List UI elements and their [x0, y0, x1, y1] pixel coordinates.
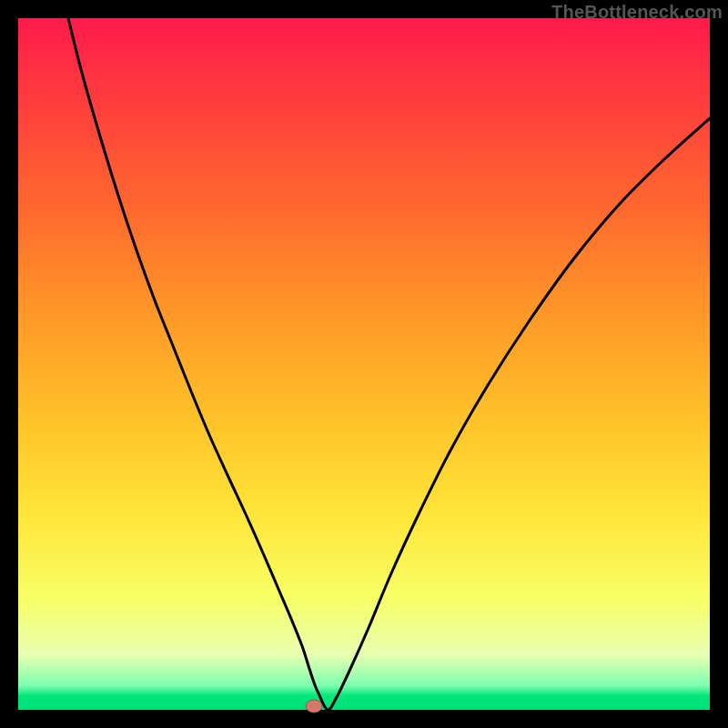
- chart-frame: TheBottleneck.com: [0, 0, 728, 728]
- minimum-marker: [306, 700, 322, 713]
- bottleneck-curve: [68, 18, 710, 710]
- plot-area: [18, 18, 710, 710]
- chart-svg: [18, 18, 710, 710]
